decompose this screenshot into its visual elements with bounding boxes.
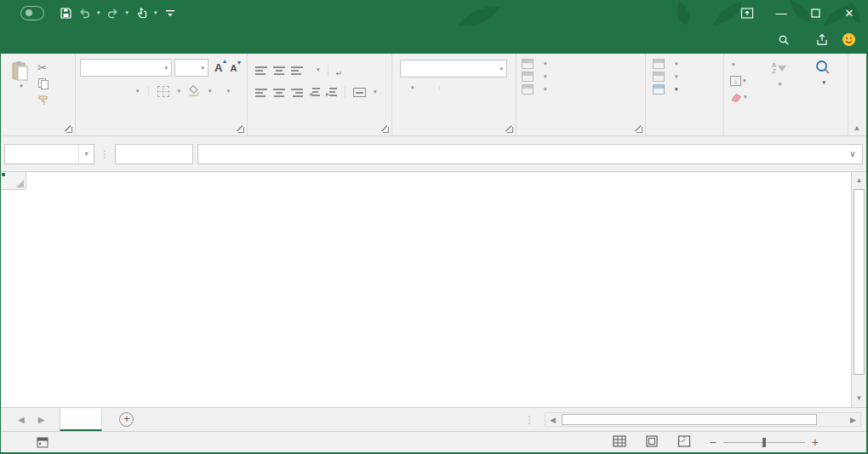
macro-record-icon[interactable]: [37, 437, 49, 448]
fill-color-icon[interactable]: [187, 84, 200, 98]
share-button[interactable]: [815, 33, 834, 46]
scroll-up-icon[interactable]: ▲: [852, 172, 866, 187]
styles-dialog-launcher-icon[interactable]: [635, 125, 642, 133]
redo-dropdown-icon[interactable]: ▾: [126, 9, 129, 16]
scroll-right-icon[interactable]: ▶: [846, 413, 860, 426]
touch-mode-dropdown-icon[interactable]: ▾: [154, 9, 157, 16]
top-align-icon[interactable]: [255, 66, 267, 75]
next-sheet-icon[interactable]: ▶: [38, 415, 45, 424]
ribbon: ▾ ✂ ▾ ▾: [1, 54, 866, 136]
autosave-pill[interactable]: [20, 6, 44, 20]
formula-input[interactable]: ∨: [197, 144, 863, 164]
previous-sheet-icon[interactable]: ◀: [18, 415, 25, 424]
name-box[interactable]: ▾: [4, 144, 94, 164]
feedback-smiley-icon[interactable]: [842, 32, 856, 47]
autosum-button[interactable]: ▾: [730, 57, 757, 72]
page-break-preview-icon[interactable]: [677, 435, 691, 450]
paste-dropdown-icon[interactable]: ▾: [20, 83, 23, 89]
align-right-icon[interactable]: [291, 88, 303, 97]
sheetbar-divider[interactable]: ⋮: [524, 414, 534, 426]
number-dialog-launcher-icon[interactable]: [505, 125, 513, 133]
merge-center-icon[interactable]: [353, 88, 366, 97]
clear-button[interactable]: ▾: [730, 89, 757, 104]
copy-icon[interactable]: [37, 78, 49, 91]
name-box-dropdown-icon[interactable]: ▾: [78, 145, 94, 164]
borders-icon[interactable]: [157, 86, 169, 97]
decrease-indent-icon[interactable]: ◂: [309, 87, 320, 98]
ribbon-tab-row: [1, 26, 866, 54]
font-name-select[interactable]: ▾: [80, 59, 172, 77]
wrap-text-icon[interactable]: ↵: [336, 63, 343, 77]
ribbon-display-options-icon[interactable]: [730, 0, 764, 26]
font-size-dropdown-icon: ▾: [201, 65, 204, 72]
find-select-button[interactable]: ▾: [801, 57, 845, 122]
select-all-corner[interactable]: [1, 172, 26, 190]
alignment-dialog-launcher-icon[interactable]: [381, 125, 389, 133]
insert-cells-button[interactable]: ▾: [653, 59, 721, 69]
format-cells-icon: [653, 84, 665, 95]
customize-qat-icon[interactable]: [163, 4, 178, 21]
decrease-font-size-button[interactable]: A▼: [230, 63, 237, 73]
new-sheet-button[interactable]: +: [119, 408, 134, 431]
conditional-formatting-button[interactable]: ▾: [522, 59, 642, 69]
accounting-dropdown-icon[interactable]: ▾: [411, 84, 414, 91]
undo-icon[interactable]: [77, 4, 92, 21]
increase-font-size-button[interactable]: A▲: [214, 61, 222, 74]
underline-dropdown-icon[interactable]: ▾: [136, 88, 140, 95]
format-painter-icon[interactable]: [37, 95, 49, 107]
zoom-out-button[interactable]: −: [710, 435, 717, 449]
bottom-align-icon[interactable]: [291, 66, 303, 75]
increase-indent-icon[interactable]: ▸: [326, 87, 337, 98]
format-as-table-button[interactable]: ▾: [522, 72, 642, 82]
borders-dropdown-icon[interactable]: ▾: [178, 88, 181, 95]
font-size-select[interactable]: ▾: [174, 59, 208, 77]
orientation-dropdown-icon[interactable]: ▾: [317, 66, 320, 73]
horizontal-scroll-thumb[interactable]: [562, 414, 817, 425]
collapse-ribbon-icon[interactable]: ▲: [848, 54, 865, 135]
zoom-in-button[interactable]: +: [812, 435, 819, 449]
middle-align-icon[interactable]: [273, 66, 285, 75]
horizontal-scrollbar[interactable]: ◀ ▶: [545, 412, 861, 427]
font-dialog-launcher-icon[interactable]: [237, 125, 244, 133]
minimize-button[interactable]: —: [764, 0, 798, 26]
cell-styles-button[interactable]: ▾: [522, 84, 642, 95]
quick-access-toolbar: ▾ ▾ ▾: [58, 4, 178, 21]
paste-button[interactable]: ▾: [3, 56, 37, 122]
redo-icon[interactable]: [106, 4, 121, 21]
sheet-tab-common-hello[interactable]: [60, 408, 102, 431]
search-icon: [778, 34, 790, 46]
merge-center-dropdown-icon[interactable]: ▾: [374, 89, 377, 95]
fill-button[interactable]: ↓▾: [730, 73, 757, 88]
normal-view-icon[interactable]: [613, 435, 626, 450]
scroll-left-icon[interactable]: ◀: [545, 413, 560, 426]
zoom-slider[interactable]: [723, 442, 805, 443]
sort-filter-button[interactable]: AZ ▾: [757, 57, 802, 122]
page-layout-view-icon[interactable]: [645, 435, 659, 450]
save-icon[interactable]: [58, 4, 73, 21]
cut-icon[interactable]: ✂: [37, 61, 49, 74]
delete-cells-button[interactable]: ▾: [653, 72, 721, 82]
scroll-down-icon[interactable]: ▼: [852, 390, 866, 405]
undo-dropdown-icon[interactable]: ▾: [97, 9, 100, 16]
close-button[interactable]: ✕: [832, 0, 866, 26]
format-cells-button[interactable]: ▾: [653, 84, 721, 95]
vertical-scrollbar[interactable]: ▲ ▼: [851, 172, 866, 407]
clipboard-group: ▾ ✂: [1, 54, 76, 135]
fill-color-dropdown-icon[interactable]: ▾: [208, 88, 212, 95]
sort-filter-icon: [778, 66, 786, 72]
align-center-icon[interactable]: [273, 88, 285, 97]
autosave-toggle[interactable]: [14, 6, 44, 20]
maximize-button[interactable]: [798, 0, 832, 26]
clipboard-dialog-launcher-icon[interactable]: [65, 125, 72, 133]
number-format-select[interactable]: ▾: [400, 60, 507, 78]
find-select-icon: [814, 59, 831, 76]
expand-formula-bar-icon[interactable]: ∨: [843, 149, 862, 158]
tell-me-box[interactable]: [778, 34, 796, 46]
conditional-formatting-icon: [522, 59, 534, 69]
align-left-icon[interactable]: [255, 88, 267, 97]
zoom-slider-thumb[interactable]: [762, 438, 766, 447]
vertical-scroll-thumb[interactable]: [854, 189, 865, 375]
touch-mode-icon[interactable]: [134, 4, 149, 21]
font-color-dropdown-icon[interactable]: ▾: [227, 88, 231, 95]
titlebar-right: — ✕: [708, 0, 866, 26]
